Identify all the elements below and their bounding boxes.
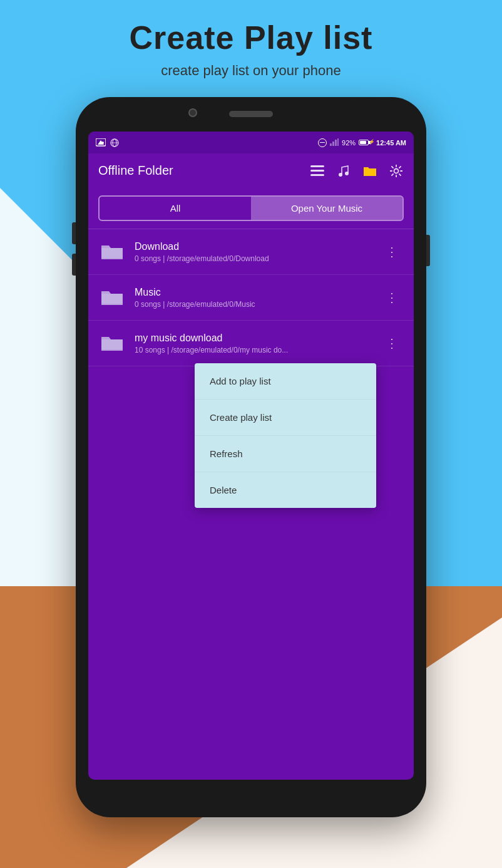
folder-info-mymusic: my music download 10 songs | /storage/em…: [135, 333, 381, 354]
globe-icon: [110, 138, 120, 148]
page-title: Create Play list: [0, 19, 502, 56]
context-add-playlist[interactable]: Add to play list: [195, 363, 376, 400]
folder-icon-wrap: [98, 329, 126, 357]
svg-rect-12: [310, 174, 324, 176]
folder-active-icon[interactable]: [362, 163, 377, 178]
svg-rect-8: [335, 140, 337, 146]
folder-info-download: Download 0 songs | /storage/emulated/0/D…: [135, 241, 381, 263]
page-subtitle: create play list on your phone: [0, 63, 502, 79]
app-bar-icons: [310, 163, 404, 178]
folder-more-music[interactable]: ⋮: [381, 289, 404, 306]
signal-icon: [330, 138, 339, 147]
context-menu: Add to play list Create play list Refres…: [195, 363, 376, 508]
svg-point-14: [345, 172, 349, 175]
status-right: 92% ⚡ 12:45 AM: [318, 138, 406, 147]
settings-icon[interactable]: [389, 163, 404, 178]
phone-speaker: [229, 111, 273, 117]
context-refresh[interactable]: Refresh: [195, 436, 376, 472]
svg-rect-6: [330, 143, 332, 146]
music-icon[interactable]: [336, 163, 351, 178]
svg-rect-11: [310, 170, 324, 172]
clock: 12:45 AM: [376, 139, 406, 147]
landscape-icon: [96, 138, 106, 148]
svg-point-15: [394, 168, 399, 173]
folder-icon-wrap: [98, 238, 126, 266]
tab-open-music[interactable]: Open Your Music: [251, 197, 402, 220]
folder-info-music: Music 0 songs | /storage/emulated/0/Musi…: [135, 287, 381, 309]
folder-item-music[interactable]: Music 0 songs | /storage/emulated/0/Musi…: [88, 275, 414, 321]
context-delete[interactable]: Delete: [195, 472, 376, 508]
phone-camera: [188, 108, 197, 117]
tab-all[interactable]: All: [100, 197, 251, 220]
status-left: [96, 138, 120, 148]
context-create-playlist[interactable]: Create play list: [195, 400, 376, 436]
status-bar: 92% ⚡ 12:45 AM: [88, 132, 414, 153]
app-bar-title: Offline Folder: [98, 163, 173, 178]
svg-point-2: [101, 142, 104, 144]
list-icon[interactable]: [310, 163, 325, 178]
folder-item-mymusic[interactable]: my music download 10 songs | /storage/em…: [88, 321, 414, 366]
app-bar: Offline Folder: [88, 153, 414, 188]
folder-item-download[interactable]: Download 0 songs | /storage/emulated/0/D…: [88, 229, 414, 275]
folder-list: Download 0 songs | /storage/emulated/0/D…: [88, 229, 414, 366]
phone-screen: 92% ⚡ 12:45 AM Offline Folder: [88, 132, 414, 780]
folder-more-download[interactable]: ⋮: [381, 243, 404, 261]
phone-frame: 92% ⚡ 12:45 AM Offline Folder: [76, 97, 426, 817]
folder-icon-wrap: [98, 284, 126, 311]
folder-more-mymusic[interactable]: ⋮: [381, 334, 404, 352]
vol-up-button: [72, 222, 76, 244]
svg-rect-7: [332, 142, 334, 146]
svg-point-13: [339, 173, 342, 177]
svg-rect-10: [310, 165, 324, 167]
folder-name: Music: [135, 287, 381, 298]
folder-meta: 0 songs | /storage/emulated/0/Download: [135, 254, 381, 263]
tabs: All Open Your Music: [98, 195, 404, 221]
vol-down-button: [72, 254, 76, 276]
folder-name: my music download: [135, 333, 381, 344]
tabs-container: All Open Your Music: [88, 188, 414, 229]
folder-name: Download: [135, 241, 381, 252]
battery-icon: ⚡: [359, 140, 371, 145]
svg-rect-9: [337, 138, 339, 146]
battery-percent: 92%: [342, 139, 356, 147]
power-button: [426, 235, 430, 266]
folder-meta: 10 songs | /storage/emulated/0/my music …: [135, 346, 381, 354]
folder-meta: 0 songs | /storage/emulated/0/Music: [135, 300, 381, 309]
dnd-icon: [318, 138, 327, 147]
